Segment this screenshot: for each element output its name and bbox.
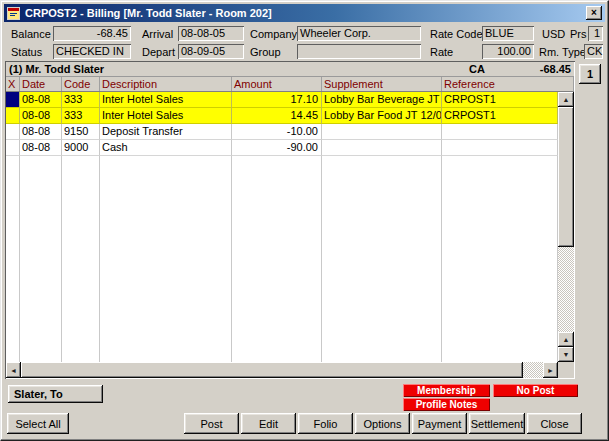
charges-table: 08-08 333 Inter Hotel Sales 17.10 Lobby … — [6, 92, 558, 362]
guest-name-button[interactable]: Slater, To — [8, 385, 103, 403]
grid-filler-column — [232, 156, 322, 362]
cell-supplement[interactable]: Lobby Bar Beverage JT 12/08/08 — [322, 92, 442, 108]
depart-label: Depart — [142, 46, 175, 58]
vertical-scrollbar[interactable]: ▲ ▲ ▼ — [558, 92, 574, 362]
cell-reference[interactable] — [442, 124, 558, 140]
guest-header-bar: (1) Mr. Todd Slater CA -68.45 — [6, 62, 574, 77]
column-header-supplement: Supplement — [322, 77, 442, 91]
cell-description[interactable]: Inter Hotel Sales — [100, 108, 232, 124]
title-bar: CRPOST2 - Billing [Mr. Todd Slater - Roo… — [4, 4, 605, 22]
cell-reference[interactable]: CRPOST1 — [442, 92, 558, 108]
close-icon[interactable]: × — [586, 6, 602, 20]
select-all-button[interactable]: Select All — [7, 413, 69, 434]
no-post-button[interactable]: No Post — [493, 384, 578, 397]
profile-notes-button[interactable]: Profile Notes — [403, 398, 490, 411]
prs-field: 1 — [588, 26, 603, 41]
folio-button[interactable]: Folio — [298, 413, 353, 434]
options-button[interactable]: Options — [355, 413, 410, 434]
vertical-scrollbar-track[interactable] — [558, 247, 574, 332]
cell-date[interactable]: 08-08 — [20, 124, 62, 140]
arrival-label: Arrival — [142, 28, 173, 40]
cell-amount[interactable]: -90.00 — [232, 140, 322, 156]
rate-label: Rate — [430, 46, 453, 58]
settlement-button[interactable]: Settlement — [469, 413, 525, 434]
folio-grid-panel: (1) Mr. Todd Slater CA -68.45 X Date Cod… — [5, 61, 575, 379]
balance-field: -68.45 — [53, 26, 131, 41]
grid-filler-column — [442, 156, 558, 362]
balance-label: Balance — [11, 28, 51, 40]
cell-code[interactable]: 333 — [62, 92, 100, 108]
horizontal-scrollbar-track[interactable] — [523, 362, 543, 378]
cell-date[interactable]: 08-08 — [20, 92, 62, 108]
company-field: Wheeler Corp. — [297, 26, 421, 41]
horizontal-scrollbar[interactable]: ◄ ► — [6, 362, 574, 378]
cell-date[interactable]: 08-08 — [20, 108, 62, 124]
cell-code[interactable]: 9000 — [62, 140, 100, 156]
row-select-cell[interactable] — [6, 124, 20, 140]
table-row[interactable]: 08-08 9150 Deposit Transfer -10.00 — [6, 124, 558, 140]
cell-amount[interactable]: -10.00 — [232, 124, 322, 140]
grid-filler-column — [6, 156, 20, 362]
edit-button[interactable]: Edit — [241, 413, 296, 434]
arrival-field: 08-08-05 — [178, 26, 244, 41]
column-header-x: X — [6, 77, 20, 91]
rate-code-field: BLUE — [482, 26, 534, 41]
cell-description[interactable]: Inter Hotel Sales — [100, 92, 232, 108]
scroll-up-icon[interactable]: ▲ — [558, 332, 574, 347]
status-field: CHECKED IN — [53, 44, 131, 59]
cell-code[interactable]: 9150 — [62, 124, 100, 140]
grid-filler-column — [322, 156, 442, 362]
group-label: Group — [250, 46, 281, 58]
currency-label: USD — [542, 28, 565, 40]
rm-type-label: Rm. Type — [539, 46, 586, 58]
scrollbar-corner — [558, 362, 574, 378]
post-button[interactable]: Post — [184, 413, 239, 434]
column-header-row: X Date Code Description Amount Supplemen… — [6, 77, 574, 92]
scroll-down-icon[interactable]: ▼ — [558, 347, 574, 362]
scroll-left-icon[interactable]: ◄ — [6, 362, 21, 378]
window-title: CRPOST2 - Billing [Mr. Todd Slater - Roo… — [25, 7, 272, 19]
cell-description[interactable]: Deposit Transfer — [100, 124, 232, 140]
cell-amount[interactable]: 17.10 — [232, 92, 322, 108]
cell-date[interactable]: 08-08 — [20, 140, 62, 156]
depart-field: 08-09-05 — [178, 44, 244, 59]
close-button[interactable]: Close — [527, 413, 582, 434]
cell-amount[interactable]: 14.45 — [232, 108, 322, 124]
guest-header: (1) Mr. Todd Slater — [9, 63, 104, 75]
company-label: Company — [250, 28, 297, 40]
cell-reference[interactable]: CRPOST1 — [442, 108, 558, 124]
grid-empty-area — [6, 156, 558, 362]
row-cursor-cell[interactable] — [6, 92, 20, 108]
cell-reference[interactable] — [442, 140, 558, 156]
cell-supplement[interactable]: Lobby Bar Food JT 12/08/08 — [322, 108, 442, 124]
rate-code-label: Rate Code — [430, 28, 483, 40]
scroll-up-icon[interactable]: ▲ — [558, 92, 574, 107]
grid-filler-column — [62, 156, 100, 362]
horizontal-scrollbar-thumb[interactable] — [21, 362, 523, 378]
grid-filler-column — [100, 156, 232, 362]
folio-balance: -68.45 — [485, 63, 571, 75]
billing-window: CRPOST2 - Billing [Mr. Todd Slater - Roo… — [0, 0, 609, 441]
column-header-reference: Reference — [442, 77, 574, 91]
cell-description[interactable]: Cash — [100, 140, 232, 156]
cell-supplement[interactable] — [322, 140, 442, 156]
cell-code[interactable]: 333 — [62, 108, 100, 124]
rm-type-field: CK — [584, 44, 603, 59]
row-select-cell[interactable] — [6, 140, 20, 156]
column-header-description: Description — [100, 77, 232, 91]
membership-button[interactable]: Membership — [403, 384, 490, 397]
cell-supplement[interactable] — [322, 124, 442, 140]
vertical-scrollbar-thumb[interactable] — [558, 107, 574, 247]
row-select-cell[interactable] — [6, 108, 20, 124]
column-header-amount: Amount — [232, 77, 322, 91]
group-field — [297, 44, 421, 59]
column-header-date: Date — [20, 77, 62, 91]
folio-tab-1-button[interactable]: 1 — [579, 64, 601, 84]
payment-type: CA — [469, 63, 485, 75]
table-row[interactable]: 08-08 333 Inter Hotel Sales 14.45 Lobby … — [6, 108, 558, 124]
scroll-right-icon[interactable]: ► — [543, 362, 558, 378]
table-row[interactable]: 08-08 333 Inter Hotel Sales 17.10 Lobby … — [6, 92, 558, 108]
table-row[interactable]: 08-08 9000 Cash -90.00 — [6, 140, 558, 156]
app-icon — [7, 6, 21, 20]
payment-button[interactable]: Payment — [412, 413, 467, 434]
